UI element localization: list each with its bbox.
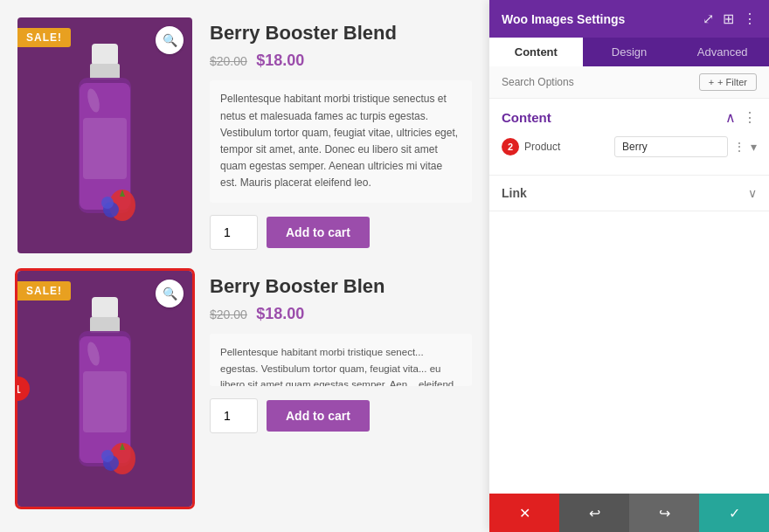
price-new-1: $18.00 [256,52,304,69]
product-image-1: SALE! 🔍 [17,17,192,253]
field-num-badge-2: 2 [502,138,519,155]
product-image-svg-2 [66,293,144,485]
search-filter-row: Search Options + + Filter [489,66,769,99]
product-field-value[interactable]: Berry [614,136,728,157]
product-desc-2: Pellentesque habitant morbi tristique se… [210,334,472,386]
filter-btn[interactable]: + + Filter [699,73,757,91]
svg-rect-0 [92,44,118,66]
tab-content[interactable]: Content [489,38,583,66]
search-options-text: Search Options [502,76,574,88]
num-badge-1: 1 [17,377,30,401]
collapse-icon[interactable]: ∧ [725,109,736,126]
product-info-1: Berry Booster Blend $20.00 $18.00 Pellen… [210,17,472,250]
link-section: Link ∨ [489,176,769,211]
panel-header-icons: ⤢ ⊞ ⋮ [703,10,757,27]
cart-area-2: Add to cart [210,398,472,433]
product-more-icon[interactable]: ⋮ [733,140,745,154]
price-old-1: $20.00 [210,54,247,68]
product-field-controls: Berry ⋮ ▾ [614,136,757,157]
product-field-label: 2 Product [502,138,560,155]
link-toggle-icon[interactable]: ∨ [748,186,757,200]
sale-badge-1: SALE! [17,28,71,47]
split-icon[interactable]: ⊞ [723,10,734,27]
product-info-2: Berry Booster Blen $20.00 $18.00 Pellent… [210,271,472,433]
svg-rect-10 [92,297,118,319]
svg-point-18 [101,450,114,462]
zoom-btn-2[interactable]: 🔍 [156,280,184,307]
svg-rect-11 [90,317,120,333]
action-bar: ✕ ↩ ↪ ✓ [489,494,769,532]
confirm-btn[interactable]: ✓ [699,494,769,532]
product-image-2: 1 SALE! 🔍 [17,271,192,507]
add-to-cart-btn-2[interactable]: Add to cart [267,400,370,432]
product-list: SALE! 🔍 [0,0,489,532]
settings-panel: Woo Images Settings ⤢ ⊞ ⋮ Content Design… [489,0,769,532]
product-image-svg-1 [66,39,144,231]
product-label-text: Product [524,141,560,153]
redo-btn[interactable]: ↪ [629,494,699,532]
filter-plus-icon: + [709,77,714,87]
section-actions: ∧ ⋮ [725,109,757,126]
price-area-1: $20.00 $18.00 [210,52,472,70]
tab-design[interactable]: Design [583,38,676,66]
product-card-2: 1 SALE! 🔍 Berry Booster Blen $20.00 $18.… [17,271,472,507]
product-field-row: 2 Product Berry ⋮ ▾ [502,136,757,157]
more-icon[interactable]: ⋮ [743,10,757,27]
undo-btn[interactable]: ↩ [559,494,629,532]
svg-rect-14 [83,371,127,432]
product-desc-1: Pellentesque habitant morbi tristique se… [210,80,472,202]
panel-tabs: Content Design Advanced [489,38,769,66]
content-section: Content ∧ ⋮ 2 Product Berry ⋮ ▾ [489,99,769,176]
spacer [489,211,769,494]
price-area-2: $20.00 $18.00 [210,305,472,323]
expand-icon[interactable]: ⤢ [703,10,714,27]
product-title-2: Berry Booster Blen [210,275,472,298]
svg-rect-4 [83,118,127,179]
link-label: Link [502,186,527,200]
svg-rect-1 [90,64,120,79]
product-title-1: Berry Booster Blend [210,22,472,45]
qty-input-1[interactable] [210,215,258,250]
content-section-title: Content [502,110,551,125]
sale-badge-2: SALE! [17,281,71,301]
price-new-2: $18.00 [256,305,304,322]
cart-area-1: Add to cart [210,215,472,250]
panel-title: Woo Images Settings [502,12,625,26]
product-arrow-icon[interactable]: ▾ [751,140,757,154]
filter-label: + Filter [717,77,747,87]
qty-input-2[interactable] [210,398,258,433]
tab-advanced[interactable]: Advanced [675,38,769,66]
svg-point-8 [101,197,114,209]
cancel-btn[interactable]: ✕ [489,494,559,532]
add-to-cart-btn-1[interactable]: Add to cart [267,217,370,248]
panel-header: Woo Images Settings ⤢ ⊞ ⋮ [489,0,769,38]
zoom-btn-1[interactable]: 🔍 [156,26,184,54]
content-section-header[interactable]: Content ∧ ⋮ [489,99,769,136]
section-more-icon[interactable]: ⋮ [743,109,757,126]
content-section-body: 2 Product Berry ⋮ ▾ [489,136,769,175]
price-old-2: $20.00 [210,307,247,321]
product-card: SALE! 🔍 [17,17,472,253]
